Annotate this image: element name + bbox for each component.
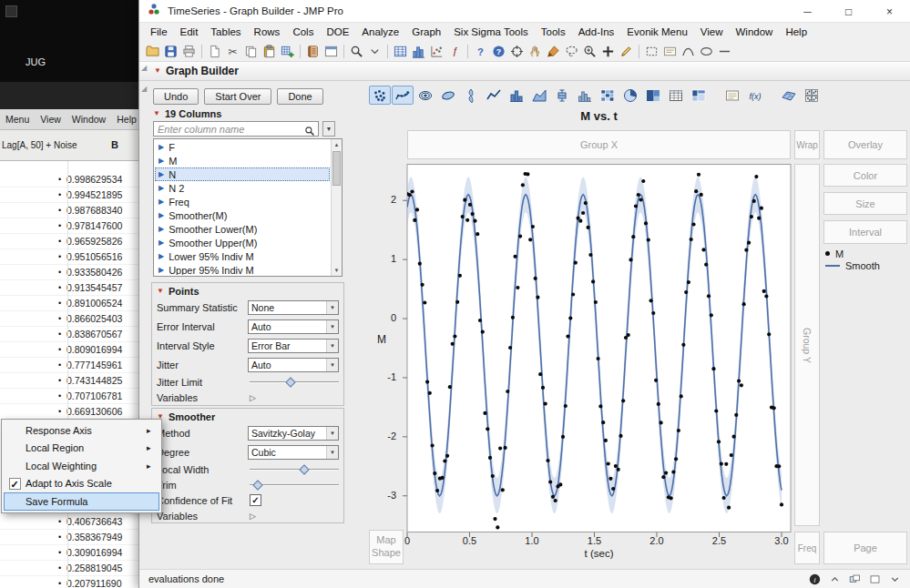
red-triangle-icon[interactable]: ▼ <box>153 110 160 117</box>
caption-box-element-icon[interactable] <box>721 86 743 105</box>
column-item-n[interactable]: ▶N <box>155 167 330 181</box>
column-item-f[interactable]: ▶F <box>155 140 330 154</box>
table-row[interactable]: •0.891006524 <box>0 296 138 311</box>
menu-help[interactable]: Help <box>779 23 813 41</box>
table-row[interactable]: •0.998629534 <box>0 172 138 188</box>
magnifier-icon[interactable] <box>581 43 598 60</box>
column-filter-input[interactable] <box>153 121 319 137</box>
menu-item-local-weighting[interactable]: Local Weighting▸ <box>4 457 159 475</box>
save-icon[interactable] <box>162 43 179 60</box>
menu-item-save-formula[interactable]: Save Formula <box>4 492 159 511</box>
method-select[interactable]: Savitzky-Golay▼ <box>248 426 339 441</box>
slider-thumb[interactable] <box>285 377 295 387</box>
done-button[interactable]: Done <box>277 88 322 105</box>
line-element-icon[interactable] <box>483 86 505 105</box>
table-row[interactable]: •0.406736643 <box>0 514 138 530</box>
copy-icon[interactable] <box>242 43 260 60</box>
lasso-icon[interactable] <box>563 43 580 60</box>
local-width-slider[interactable] <box>250 464 339 475</box>
column-item-smoother-upper-m[interactable]: ▶Smoother Upper(M) <box>155 236 330 249</box>
pie-element-icon[interactable] <box>619 86 641 105</box>
panel-grip-icon[interactable]: ◢ <box>141 64 147 72</box>
menu-item-response-axis[interactable]: Response Axis▸ <box>4 421 159 440</box>
journal-icon[interactable] <box>304 43 322 60</box>
graph-builder-header[interactable]: ▼ Graph Builder <box>139 62 910 81</box>
menu-file[interactable]: File <box>144 23 174 41</box>
oval-tool-icon[interactable] <box>698 43 715 60</box>
panel-grip-icon[interactable]: ◢ <box>141 85 147 93</box>
table-row[interactable]: •0.933580426 <box>0 265 138 280</box>
grabber-icon[interactable] <box>527 43 544 60</box>
ellipse-element-icon[interactable] <box>437 86 459 105</box>
error-interval-select[interactable]: Auto▼ <box>248 319 339 334</box>
open-icon[interactable] <box>144 43 161 60</box>
scrollbar-thumb[interactable] <box>332 151 341 186</box>
histogram-element-icon[interactable] <box>574 86 596 105</box>
column-item-upper-95-indiv-m[interactable]: ▶Upper 95% Indiv M <box>155 263 330 275</box>
menu-graph[interactable]: Graph <box>405 23 447 41</box>
interval-style-select[interactable]: Error Bar▼ <box>248 339 339 353</box>
table-row[interactable]: •0.978147600 <box>0 218 138 234</box>
menu-tools[interactable]: Tools <box>535 23 572 41</box>
points-element-icon[interactable] <box>369 86 391 105</box>
slider-thumb[interactable] <box>299 464 309 474</box>
slider-thumb[interactable] <box>252 480 262 490</box>
bg-menu-view[interactable]: View <box>35 114 66 125</box>
column-item-lower-95-indiv-m[interactable]: ▶Lower 95% Indiv M <box>155 249 330 263</box>
caption-box-icon[interactable] <box>661 43 679 60</box>
search-dropdown-icon[interactable] <box>366 43 383 60</box>
surface-element-icon[interactable] <box>778 86 800 105</box>
drop-zone-wrap[interactable]: Wrap <box>794 130 820 159</box>
add-table-icon[interactable] <box>279 43 296 60</box>
line-tool-icon[interactable] <box>716 43 733 60</box>
y-axis-title[interactable]: M <box>377 333 386 346</box>
column-header-b[interactable]: B <box>111 139 118 150</box>
table-row[interactable]: •0.951056516 <box>0 249 138 265</box>
trim-slider[interactable] <box>250 480 339 491</box>
mosaic-element-icon[interactable] <box>688 86 710 105</box>
menu-view[interactable]: View <box>694 23 730 41</box>
cut-icon[interactable]: ✂ <box>224 43 241 60</box>
minimize-button[interactable]: ─ <box>787 0 828 23</box>
select-rect-icon[interactable] <box>643 43 660 60</box>
search-icon[interactable] <box>348 43 365 60</box>
formula-icon[interactable]: ƒ <box>446 43 464 60</box>
area-element-icon[interactable] <box>528 86 550 105</box>
paste-icon[interactable] <box>261 43 278 60</box>
drop-zone-group-y[interactable]: Group Y <box>794 164 820 526</box>
bg-menu-menu[interactable]: Menu <box>0 114 35 125</box>
degree-select[interactable]: Cubic▼ <box>248 445 339 460</box>
windows-icon[interactable] <box>849 573 861 585</box>
treemap-element-icon[interactable] <box>642 86 664 105</box>
help-cursor-icon[interactable]: ? <box>472 43 489 60</box>
table-row[interactable]: •0.777145961 <box>0 358 138 373</box>
bg-menu-help[interactable]: Help <box>111 114 142 125</box>
close-button[interactable]: × <box>869 0 910 23</box>
pencil-icon[interactable] <box>618 43 635 60</box>
columns-outline[interactable]: ▼ 19 Columns <box>153 108 221 119</box>
menu-rows[interactable]: Rows <box>248 23 287 41</box>
print-icon[interactable] <box>180 43 198 60</box>
table-row[interactable]: •0.258819045 <box>0 561 138 576</box>
caret-icon[interactable] <box>829 573 841 585</box>
tabulate-element-icon[interactable] <box>665 86 687 105</box>
points-section-header[interactable]: ▼ Points <box>152 283 343 298</box>
table-row[interactable]: •0.866025403 <box>0 311 138 327</box>
column-header-lag[interactable]: Lag[A, 50] + Noise <box>2 140 77 150</box>
table-row[interactable]: •0.838670567 <box>0 327 138 342</box>
undo-button[interactable]: Undo <box>153 88 199 105</box>
plot-area[interactable] <box>402 164 796 539</box>
table-row[interactable]: •0.987688340 <box>0 203 138 218</box>
menu-cols[interactable]: Cols <box>286 23 320 41</box>
confidence-of-fit-checkbox[interactable]: ✓ <box>250 494 261 506</box>
filter-dropdown-button[interactable]: ▼ <box>322 121 335 137</box>
menu-evonik-menu[interactable]: Evonik Menu <box>620 23 693 41</box>
drop-zone-color[interactable]: Color <box>823 164 907 187</box>
data-table-icon[interactable] <box>392 43 409 60</box>
column-item-m[interactable]: ▶M <box>155 154 330 167</box>
table-row[interactable]: •0.309016994 <box>0 545 138 561</box>
table-row[interactable]: •0.669130606 <box>0 404 138 420</box>
scroll-up-icon[interactable]: ▲ <box>332 139 342 150</box>
bar-element-icon[interactable] <box>506 86 527 105</box>
red-triangle-icon[interactable]: ▼ <box>154 67 161 75</box>
